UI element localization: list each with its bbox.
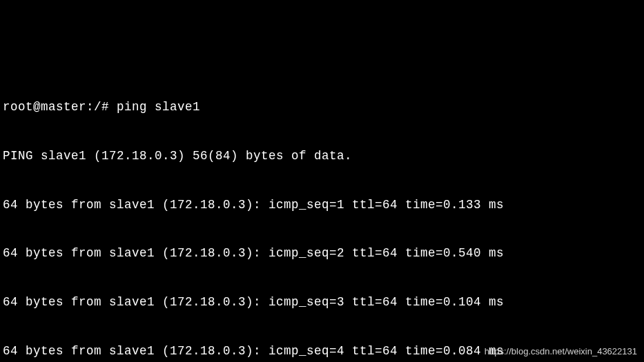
terminal-output[interactable]: root@master:/# ping slave1 PING slave1 (… [3,67,641,363]
terminal-line: PING slave1 (172.18.0.3) 56(84) bytes of… [3,148,641,165]
terminal-line: root@master:/# ping slave1 [3,99,641,116]
watermark-text: https://blog.csdn.net/weixin_43622131 [485,345,637,358]
terminal-line: 64 bytes from slave1 (172.18.0.3): icmp_… [3,294,641,311]
terminal-line: 64 bytes from slave1 (172.18.0.3): icmp_… [3,245,641,262]
terminal-line: 64 bytes from slave1 (172.18.0.3): icmp_… [3,197,641,214]
